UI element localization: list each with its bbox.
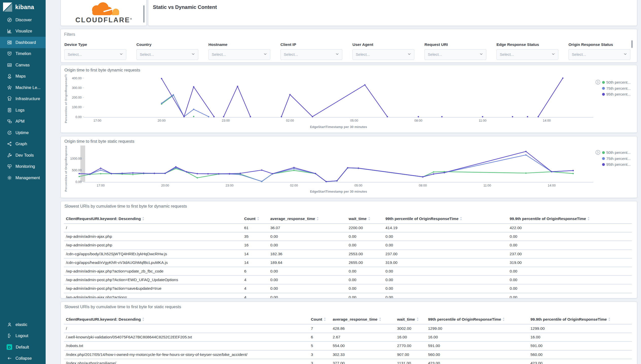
default-space-badge: D [7,344,12,350]
x-tick-label: 02:00 [286,119,294,122]
column-header[interactable]: 99.9th percentile of OriginResponseTime [508,214,632,224]
table-row: /wp-admin/admin-post.php160.000.000.000.… [64,241,632,249]
table-header-row: ClientRequestURI.keyword: DescendingCoun… [64,315,632,324]
cloudflare-cloud-icon [78,2,129,17]
filter-label: Device Type [64,42,126,47]
legend-item[interactable]: 75th percent... [606,86,631,90]
series-line [224,86,251,117]
sidebar-item-logs[interactable]: Logs [0,104,46,116]
filters-panel: Filters Device TypeSelect...CountrySelec… [61,29,637,63]
filter-select-origin-response-status[interactable]: Select... [568,49,630,60]
kibana-logo-icon [3,3,12,12]
filter-group-hostname: HostnameSelect... [208,42,270,60]
y-axis-title: Percentiles of OriginResponseTi [64,74,67,123]
table-title: Slowest URIs by cumulative time to first… [64,204,187,209]
monitoring-icon [7,164,12,169]
panel-scrollbar[interactable] [631,40,633,48]
column-header[interactable]: Count [309,315,331,324]
legend-toggle-icon[interactable] [596,150,600,155]
markdown-panel-cloudflare: CLOUDFLARE® [61,0,147,26]
column-header[interactable]: Count [242,214,268,224]
filter-group-client-ip: Client IPSelect... [280,42,342,60]
table-cell: 0.00 [347,284,383,293]
dashboard-title: Static vs Dynamic Content [148,0,637,17]
filter-select-hostname[interactable]: Select... [208,49,270,60]
legend-dot [602,93,605,96]
column-header[interactable]: ClientRequestURI.keyword: Descending [64,315,309,324]
sidebar-item-monitoring[interactable]: Monitoring [0,161,46,172]
table-cell: 5 [309,341,331,350]
filter-select-user-agent[interactable]: Select... [352,49,414,60]
series-line [281,85,387,117]
x-tick-label: 23:00 [222,119,230,122]
filter-group-device-type: Device TypeSelect... [64,42,126,60]
series-line [79,151,573,181]
filter-select-edge-response-status[interactable]: Select... [496,49,558,60]
sidebar-item-timelion[interactable]: Timelion [0,48,46,60]
sidebar-item-dashboard[interactable]: Dashboard [0,37,46,48]
filter-select-device-type[interactable]: Select... [64,49,126,60]
column-header[interactable]: ClientRequestURI.keyword: Descending [64,214,242,224]
table-row: /6136.072200.00414.19422.00 [64,224,632,232]
column-header[interactable]: wait_time [347,214,383,224]
table-cell: 0.00 [508,276,632,284]
legend-toggle-icon[interactable] [596,80,600,84]
column-header[interactable]: 99th percentile of OriginResponseTime [383,214,508,224]
sidebar-item-visualize[interactable]: Visualize [0,26,46,37]
filter-label: User Agent [352,42,414,47]
apm-icon [7,119,12,124]
legend-item[interactable]: 50th percent... [606,80,631,84]
table-cell: 0.00 [347,232,383,241]
legend-item[interactable]: 50th percent... [606,150,631,155]
sidebar-item-label: Visualize [15,29,32,33]
legend-dot [602,157,605,160]
legend-item[interactable]: 75th percent... [606,156,631,161]
panel-scrollbar[interactable] [143,5,145,23]
sidebar-item-uptime[interactable]: Uptime [0,127,46,138]
filter-select-client-ip[interactable]: Select... [280,49,342,60]
column-header-label: average_response_time [270,216,315,221]
dashboard-icon [7,40,12,45]
sidebar-item-discover[interactable]: Discover [0,14,46,26]
visualize-icon [7,29,12,33]
sidebar-item-graph[interactable]: Graph [0,138,46,150]
table-cell: 4 [242,284,268,293]
filter-select-request-uri[interactable]: Select... [424,49,486,60]
filter-group-user-agent: User AgentSelect... [352,42,414,60]
column-header[interactable]: 99th percentile of OriginResponseTime [426,315,528,324]
table-row: /wp-admin/admin-ajax.php350.000.000.000.… [64,232,632,241]
sidebar-item-elastic[interactable]: elastic [0,319,46,330]
table-cell: 2553.00 [347,250,383,258]
sidebar-item-machine-le[interactable]: Machine Le... [0,82,46,93]
sidebar-item-label: APM [15,119,25,124]
global-nav: kibana DiscoverVisualizeDashboardTimelio… [0,0,46,364]
sidebar-item-infrastructure[interactable]: Infrastructure [0,93,46,105]
timelion-icon [7,51,12,56]
column-header[interactable]: wait_time [395,315,426,324]
y-axis-title: Percentiles of OriginResponse [64,145,67,192]
sidebar-item-apm[interactable]: APM [0,116,46,127]
column-header[interactable]: 99.9th percentile of OriginResponseTime [528,315,632,324]
sidebar-item-canvas[interactable]: Canvas [0,59,46,71]
legend-item[interactable]: 95th percent... [606,162,631,167]
legend-item[interactable]: 95th percent... [606,92,631,96]
sidebar-item-management[interactable]: Management [0,172,46,184]
sidebar-item-logout[interactable]: Logout [0,330,46,342]
sidebar-item-dev-tools[interactable]: Dev Tools [0,150,46,161]
column-header[interactable]: average_response_time [331,315,395,324]
chevron-down-icon [191,52,195,57]
filter-select-country[interactable]: Select... [136,49,198,60]
series-line [79,168,573,182]
column-header-label: Count [311,317,322,321]
sidebar-item-default[interactable]: DDefault [0,341,46,353]
filters-panel-title: Filters [61,29,637,37]
chevron-down-icon [624,52,627,57]
kibana-logo[interactable]: kibana [0,0,46,14]
sidebar-item-maps[interactable]: Maps [0,71,46,82]
table-row: /index.php/author/camiliame/3377.001131.… [64,359,632,364]
sidebar-item-collapse[interactable]: Collapse [0,353,46,364]
maps-icon [7,74,12,79]
y-tick-label: 0.00 [76,115,82,119]
column-header[interactable]: average_response_time [268,214,347,224]
y-tick-label: 0.00 [76,180,82,184]
